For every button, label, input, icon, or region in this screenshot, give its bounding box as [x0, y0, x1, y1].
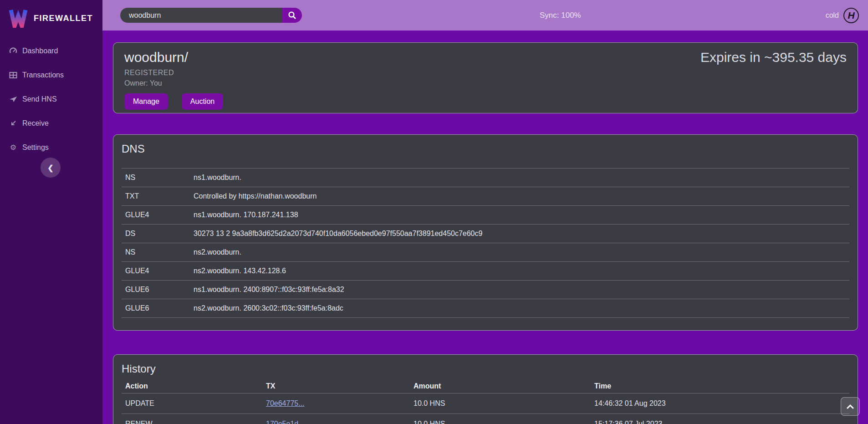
dns-record-row: GLUE6 ns1.woodburn. 2400:8907::f03c:93ff…	[122, 281, 849, 299]
dns-record-type: NS	[122, 169, 190, 187]
dns-record-type: DS	[122, 225, 190, 243]
auction-button[interactable]: Auction	[182, 93, 223, 110]
history-title: History	[122, 362, 849, 376]
domain-actions: Manage Auction	[124, 93, 223, 110]
transactions-table-icon	[9, 71, 17, 79]
tx-link[interactable]: 170e5e1d...	[266, 420, 305, 424]
main-content: woodburn/ REGISTERED Owner: You Manage A…	[102, 31, 868, 424]
history-table: Action TX Amount Time UPDATE 70e64775...…	[122, 379, 849, 424]
history-action: RENEW	[122, 414, 262, 424]
history-col-tx: TX	[262, 379, 410, 393]
dns-record-value: Controlled by https://nathan.woodburn	[190, 187, 849, 206]
dns-record-type: GLUE4	[122, 262, 190, 281]
receive-arrow-icon	[9, 119, 17, 128]
sidebar-nav: Dashboard Transactions Send HNS Receive …	[0, 31, 102, 159]
dns-record-type: TXT	[122, 187, 190, 206]
dns-record-row: NS ns1.woodburn.	[122, 169, 849, 187]
sidebar-item-send-hns[interactable]: Send HNS	[0, 87, 102, 111]
settings-gear-icon: ⚙	[9, 143, 17, 152]
history-amount: 10.0 HNS	[410, 414, 591, 424]
domain-info: woodburn/ REGISTERED Owner: You Manage A…	[124, 49, 223, 107]
topbar: Sync: 100% cold H	[102, 0, 868, 31]
history-col-time: Time	[591, 379, 849, 393]
sidebar: FIREWALLET Dashboard Transactions Send H…	[0, 0, 102, 424]
history-amount: 10.0 HNS	[410, 393, 591, 414]
dns-record-value: ns2.woodburn. 2600:3c02::f03c:93ff:fe5a:…	[190, 299, 849, 318]
manage-button[interactable]: Manage	[124, 93, 168, 110]
dns-record-type: GLUE6	[122, 281, 190, 299]
domain-name: woodburn/	[124, 49, 223, 66]
dns-record-type: GLUE4	[122, 206, 190, 225]
sync-status: Sync: 100%	[540, 11, 581, 20]
dns-record-row: GLUE4 ns2.woodburn. 143.42.128.6	[122, 262, 849, 281]
history-row: UPDATE 70e64775... 10.0 HNS 14:46:32 01 …	[122, 393, 849, 414]
domain-card: woodburn/ REGISTERED Owner: You Manage A…	[113, 42, 858, 113]
sidebar-item-label: Settings	[22, 143, 49, 152]
sidebar-item-label: Send HNS	[22, 95, 57, 103]
history-time: 14:46:32 01 Aug 2023	[591, 393, 849, 414]
dns-record-value: ns2.woodburn. 143.42.128.6	[190, 262, 849, 281]
dns-record-value: ns2.woodburn.	[190, 243, 849, 262]
sidebar-item-label: Receive	[22, 119, 49, 128]
chevron-left-icon: ❮	[47, 163, 53, 172]
search-icon	[288, 11, 296, 20]
domain-status: REGISTERED	[124, 69, 223, 77]
sidebar-item-receive[interactable]: Receive	[0, 111, 102, 135]
handshake-logo-icon: H	[843, 8, 859, 23]
sidebar-collapse-button[interactable]: ❮	[41, 158, 61, 178]
dns-record-value: ns1.woodburn. 170.187.241.138	[190, 206, 849, 225]
send-plane-icon	[9, 95, 17, 103]
dashboard-gauge-icon	[9, 47, 17, 55]
history-col-action: Action	[122, 379, 262, 393]
dns-record-row: GLUE6 ns2.woodburn. 2600:3c02::f03c:93ff…	[122, 299, 849, 318]
dns-card: DNS NS ns1.woodburn. TXT Controlled by h…	[113, 134, 858, 331]
sidebar-item-transactions[interactable]: Transactions	[0, 63, 102, 87]
brand-name: FIREWALLET	[34, 14, 93, 23]
dns-record-row: NS ns2.woodburn.	[122, 243, 849, 262]
history-header-row: Action TX Amount Time	[122, 379, 849, 393]
dns-record-value: ns1.woodburn. 2400:8907::f03c:93ff:fe5a:…	[190, 281, 849, 299]
search-input[interactable]	[120, 8, 282, 23]
firewallet-w-logo-icon	[8, 9, 28, 28]
tx-link[interactable]: 70e64775...	[266, 399, 305, 407]
chevron-up-icon	[847, 404, 854, 409]
sidebar-item-settings[interactable]: ⚙ Settings	[0, 135, 102, 159]
history-action: UPDATE	[122, 393, 262, 414]
sidebar-item-dashboard[interactable]: Dashboard	[0, 39, 102, 63]
dns-record-value: 30273 13 2 9a3a8fb3d625d2a2073d740f10da6…	[190, 225, 849, 243]
history-row: RENEW 170e5e1d... 10.0 HNS 15:17:36 07 J…	[122, 414, 849, 424]
dns-title: DNS	[122, 142, 849, 156]
dns-record-row: TXT Controlled by https://nathan.woodbur…	[122, 187, 849, 206]
dns-record-row: DS 30273 13 2 9a3a8fb3d625d2a2073d740f10…	[122, 225, 849, 243]
dns-record-value: ns1.woodburn.	[190, 169, 849, 187]
history-card: History Action TX Amount Time UPDATE 70e…	[113, 354, 858, 424]
sidebar-item-label: Transactions	[22, 71, 64, 79]
dns-record-type: GLUE6	[122, 299, 190, 318]
domain-expiry: Expires in ~395.35 days	[700, 49, 847, 107]
history-col-amount: Amount	[410, 379, 591, 393]
dns-record-row: GLUE4 ns1.woodburn. 170.187.241.138	[122, 206, 849, 225]
search-button[interactable]	[282, 8, 302, 23]
dns-record-type: NS	[122, 243, 190, 262]
sidebar-item-label: Dashboard	[22, 47, 58, 55]
dns-table: NS ns1.woodburn. TXT Controlled by https…	[122, 168, 849, 318]
wallet-selector[interactable]: cold H	[826, 0, 859, 31]
domain-owner: Owner: You	[124, 79, 223, 87]
wallet-name: cold	[826, 11, 839, 20]
scroll-to-top-button[interactable]	[841, 397, 860, 416]
search-bar	[120, 8, 302, 23]
history-time: 15:17:36 07 Jul 2023	[591, 414, 849, 424]
brand-logo-row[interactable]: FIREWALLET	[0, 0, 102, 31]
